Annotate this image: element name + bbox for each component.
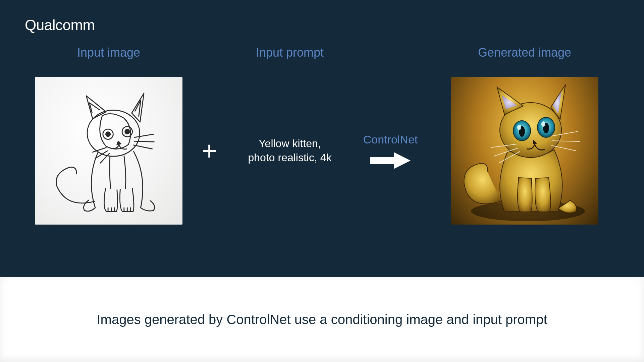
cat-sketch-icon [38, 80, 179, 221]
output-image-cell [451, 77, 598, 225]
slide-dark-panel: Qualcomm Input image Input prompt Genera… [0, 0, 644, 277]
col-header-plus-spacer [189, 46, 229, 60]
input-image-box [35, 77, 182, 225]
content-row: + Yellow kitten, photo realistic, 4k Con… [25, 77, 619, 225]
col-header-prompt: Input prompt [229, 46, 350, 60]
cat-render-icon [451, 77, 598, 225]
col-header-input: Input image [35, 46, 182, 60]
input-image-cell [35, 77, 182, 225]
prompt-cell: Yellow kitten, photo realistic, 4k [229, 137, 350, 165]
col-header-output: Generated image [451, 46, 598, 60]
plus-cell: + [189, 136, 229, 166]
slide-caption-panel: Images generated by ControlNet use a con… [0, 277, 644, 362]
arrow-label: ControlNet [363, 133, 418, 146]
column-headers-row: Input image Input prompt Generated image [25, 46, 619, 60]
arrow-right-icon [370, 152, 411, 169]
svg-marker-5 [370, 152, 411, 169]
col-header-arrow-spacer [350, 46, 431, 60]
header-input-image: Input image [77, 46, 140, 60]
svg-point-10 [517, 125, 521, 130]
svg-point-13 [541, 121, 545, 127]
svg-point-4 [125, 129, 129, 134]
brand-logo: Qualcomm [25, 17, 619, 34]
header-generated-image: Generated image [478, 46, 571, 60]
plus-operator: + [202, 136, 217, 166]
brand-text: Qualcomm [25, 17, 95, 34]
prompt-text: Yellow kitten, photo realistic, 4k [248, 137, 331, 165]
slide-caption: Images generated by ControlNet use a con… [97, 312, 547, 327]
header-input-prompt: Input prompt [256, 46, 324, 60]
generated-cat-image [451, 77, 598, 225]
input-sketch-image [35, 77, 182, 225]
generated-image-box [451, 77, 598, 225]
arrow-cell: ControlNet [350, 133, 431, 169]
svg-point-2 [106, 132, 110, 136]
